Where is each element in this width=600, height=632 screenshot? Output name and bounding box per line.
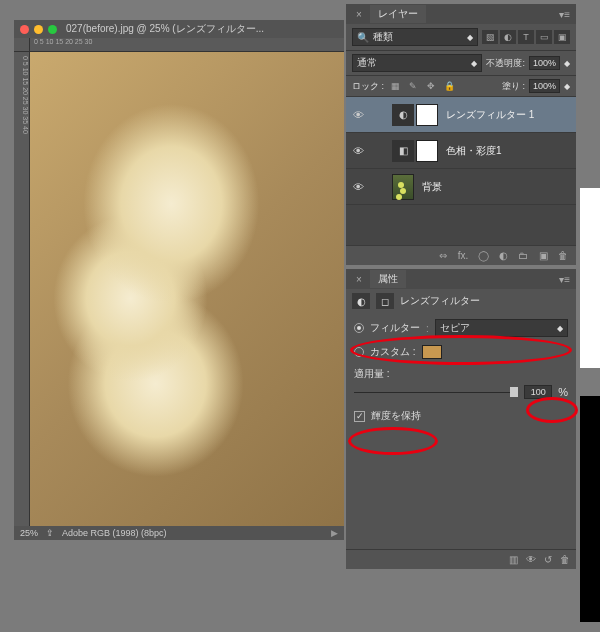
layer-item-lens-filter[interactable]: 👁 ◐ レンズフィルター 1	[346, 97, 576, 133]
layer-name[interactable]: レンズフィルター 1	[446, 108, 534, 122]
visibility-toggle[interactable]: 👁	[346, 145, 370, 157]
lock-brush-icon[interactable]: ✎	[406, 79, 420, 93]
fill-label: 塗り :	[502, 80, 525, 93]
lock-all-icon[interactable]: 🔒	[442, 79, 456, 93]
layer-thumbnails	[392, 174, 414, 200]
adjustment-thumb[interactable]: ◐	[392, 104, 414, 126]
filter-smart-icon[interactable]: ▣	[554, 30, 570, 44]
layers-footer: ⇔ fx. ◯ ◐ 🗀 ▣ 🗑	[346, 245, 576, 265]
layer-name[interactable]: 背景	[422, 180, 442, 194]
window-titlebar: 027(before).jpg @ 25% (レンズフィルター...	[14, 20, 344, 38]
new-group-icon[interactable]: 🗀	[516, 250, 530, 261]
filter-row: フィルター : セピア ◆	[354, 319, 568, 337]
properties-footer: ▥ 👁 ↺ 🗑	[346, 549, 576, 569]
custom-row: カスタム :	[354, 345, 568, 359]
slider-thumb[interactable]	[510, 387, 518, 397]
blend-mode-dropdown[interactable]: 通常 ◆	[352, 54, 482, 72]
properties-tab[interactable]: 属性	[370, 270, 406, 288]
clip-to-layer-icon[interactable]: ▥	[509, 554, 518, 565]
custom-color-swatch[interactable]	[422, 345, 442, 359]
view-previous-icon[interactable]: 👁	[526, 554, 536, 565]
layer-filter-kind-dropdown[interactable]: 🔍 種類 ◆	[352, 28, 478, 46]
layer-fx-icon[interactable]: fx.	[456, 250, 470, 261]
layers-panel: × レイヤー ▾≡ 🔍 種類 ◆ ▧ ◐ T ▭ ▣ 通常 ◆ 不透明度:	[346, 4, 576, 265]
window-zoom-button[interactable]	[48, 25, 57, 34]
layer-name[interactable]: 色相・彩度1	[446, 144, 502, 158]
opacity-input[interactable]: 100%	[529, 56, 560, 70]
link-layers-icon[interactable]: ⇔	[436, 250, 450, 261]
dropdown-arrow-icon: ◆	[557, 324, 563, 333]
layers-blend-row: 通常 ◆ 不透明度: 100% ◆	[346, 51, 576, 76]
new-adjustment-icon[interactable]: ◐	[496, 250, 510, 261]
layers-lock-row: ロック : ▦ ✎ ✥ 🔒 塗り : 100% ◆	[346, 76, 576, 97]
window-close-button[interactable]	[20, 25, 29, 34]
mask-thumb[interactable]	[416, 140, 438, 162]
density-slider-row: 100 %	[354, 385, 568, 399]
layer-mask-icon[interactable]: ◯	[476, 250, 490, 261]
filter-adjustment-icon[interactable]: ◐	[500, 30, 516, 44]
properties-body: フィルター : セピア ◆ カスタム : 適用量 : 100 %	[346, 313, 576, 549]
properties-panel-menu-icon[interactable]: ▾≡	[559, 274, 570, 285]
panel-collapse-icon[interactable]: ×	[352, 272, 366, 287]
lock-pixels-icon[interactable]: ▦	[388, 79, 402, 93]
adjustment-thumb[interactable]: ◧	[392, 140, 414, 162]
ruler-horizontal[interactable]: 0 5 10 15 20 25 30	[30, 38, 344, 52]
layer-thumbnails: ◧	[392, 140, 438, 162]
layer-list: 👁 ◐ レンズフィルター 1 👁 ◧ 色相・彩度1 👁	[346, 97, 576, 245]
canvas[interactable]	[30, 52, 344, 526]
separator: :	[426, 323, 429, 334]
mask-thumb[interactable]	[416, 104, 438, 126]
preserve-luminosity-row: ✓ 輝度を保持	[354, 409, 568, 423]
custom-label: カスタム :	[370, 345, 416, 359]
preserve-luminosity-label: 輝度を保持	[371, 409, 421, 423]
panel-stack: × レイヤー ▾≡ 🔍 種類 ◆ ▧ ◐ T ▭ ▣ 通常 ◆ 不透明度:	[346, 4, 576, 573]
layer-item-background[interactable]: 👁 背景	[346, 169, 576, 205]
delete-adjustment-icon[interactable]: 🗑	[560, 554, 570, 565]
statusbar-flyout-icon[interactable]: ▶	[331, 528, 338, 538]
dropdown-arrow-icon: ◆	[471, 59, 477, 68]
visibility-toggle[interactable]: 👁	[346, 109, 370, 121]
filter-preset-dropdown[interactable]: セピア ◆	[435, 319, 568, 337]
preserve-luminosity-checkbox[interactable]: ✓	[354, 411, 365, 422]
document-statusbar: 25% ⇪ Adobe RGB (1998) (8bpc) ▶	[14, 526, 344, 540]
layer-item-hue-sat[interactable]: 👁 ◧ 色相・彩度1	[346, 133, 576, 169]
density-slider[interactable]	[354, 389, 518, 395]
dropdown-arrow-icon: ◆	[467, 33, 473, 42]
filter-type-icon[interactable]: T	[518, 30, 534, 44]
filter-preset-value: セピア	[440, 321, 470, 335]
opacity-stepper-icon[interactable]: ◆	[564, 59, 570, 68]
properties-adjustment-header: ◐ ◻ レンズフィルター	[346, 289, 576, 313]
filter-pixel-icon[interactable]: ▧	[482, 30, 498, 44]
zoom-level[interactable]: 25%	[20, 528, 38, 538]
document-window: 027(before).jpg @ 25% (レンズフィルター... 0 5 1…	[14, 20, 344, 540]
density-input[interactable]: 100	[524, 385, 552, 399]
layers-filter-row: 🔍 種類 ◆ ▧ ◐ T ▭ ▣	[346, 24, 576, 51]
reset-icon[interactable]: ↺	[544, 554, 552, 565]
new-layer-icon[interactable]: ▣	[536, 250, 550, 261]
delete-layer-icon[interactable]: 🗑	[556, 250, 570, 261]
image-thumb[interactable]	[392, 174, 414, 200]
share-icon[interactable]: ⇪	[46, 528, 54, 538]
visibility-toggle[interactable]: 👁	[346, 181, 370, 193]
density-label: 適用量 :	[354, 367, 568, 381]
mask-mode-icon[interactable]: ◻	[376, 293, 394, 309]
canvas-image	[30, 52, 344, 526]
fill-stepper-icon[interactable]: ◆	[564, 82, 570, 91]
lock-label: ロック :	[352, 80, 384, 93]
filter-radio[interactable]	[354, 323, 364, 333]
adjustment-type-icon: ◐	[352, 293, 370, 309]
panel-collapse-icon[interactable]: ×	[352, 7, 366, 22]
layers-panel-menu-icon[interactable]: ▾≡	[559, 9, 570, 20]
window-minimize-button[interactable]	[34, 25, 43, 34]
lock-position-icon[interactable]: ✥	[424, 79, 438, 93]
filter-shape-icon[interactable]: ▭	[536, 30, 552, 44]
fill-input[interactable]: 100%	[529, 79, 560, 93]
layer-thumbnails: ◐	[392, 104, 438, 126]
ruler-vertical[interactable]: 0 5 10 15 20 25 30 35 40	[14, 52, 30, 526]
layers-tab[interactable]: レイヤー	[370, 5, 426, 23]
color-profile[interactable]: Adobe RGB (1998) (8bpc)	[62, 528, 167, 538]
page-background-black	[580, 396, 600, 622]
custom-radio[interactable]	[354, 347, 364, 357]
ruler-origin[interactable]	[14, 38, 30, 52]
filter-label: フィルター	[370, 321, 420, 335]
